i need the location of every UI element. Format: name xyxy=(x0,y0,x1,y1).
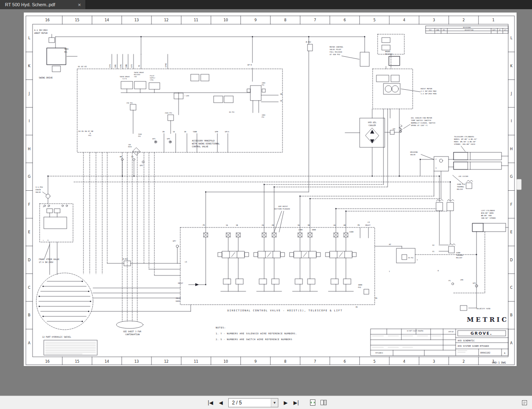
svg-text:CONTINUATION: CONTINUATION xyxy=(125,333,140,336)
svg-text:WITH SWING DIRECTIONAL: WITH SWING DIRECTIONAL xyxy=(192,142,219,145)
schematic-drawing: 1616151514141313121211111010998877665544… xyxy=(24,13,517,366)
svg-text:CHECK: CHECK xyxy=(35,189,41,191)
svg-text:4: 4 xyxy=(403,18,405,22)
scrollbar-thumb[interactable] xyxy=(517,179,522,190)
svg-text:LMI SYSTEM: LMI SYSTEM xyxy=(459,175,469,177)
svg-text:GP7: GP7 xyxy=(173,240,176,242)
svg-text:30 PSI: 30 PSI xyxy=(408,257,413,259)
svg-text:D: D xyxy=(28,258,31,262)
svg-text:PSI: PSI xyxy=(88,134,91,136)
svg-text:PSI: PSI xyxy=(262,84,265,86)
svg-text:V2: V2 xyxy=(432,244,435,246)
svg-text:BY: BY xyxy=(499,29,501,31)
svg-text:AT 450 PSI: AT 450 PSI xyxy=(330,53,340,56)
svg-text:A: A xyxy=(510,341,513,345)
fit-page-icon xyxy=(309,399,316,406)
svg-text:I: I xyxy=(511,119,512,123)
svg-text:1A: 1A xyxy=(173,131,175,133)
svg-text:GP5: GP5 xyxy=(167,138,170,140)
svg-text:INLET: INLET xyxy=(176,297,181,299)
svg-text:SRS: SRS xyxy=(114,64,116,68)
svg-text:6.1 IN³/REV: 6.1 IN³/REV xyxy=(34,29,48,31)
next-page-button[interactable]: ▶ xyxy=(281,399,290,406)
svg-text:PSI: PSI xyxy=(358,286,361,288)
previous-page-button[interactable]: ◀ xyxy=(216,399,226,406)
svg-text:HYD SCHEMATIC: HYD SCHEMATIC xyxy=(458,339,475,342)
svg-text:LS: LS xyxy=(185,261,187,263)
svg-text:PS: PS xyxy=(203,224,205,226)
svg-text:P: P xyxy=(43,206,44,208)
svg-text:3A: 3A xyxy=(298,224,300,226)
svg-text:2A: 2A xyxy=(262,224,264,226)
svg-text:SWING BRAKE: SWING BRAKE xyxy=(134,72,144,73)
document-tab[interactable]: RT 500 Hyd. Schem..pdf × xyxy=(0,0,86,9)
svg-text:G: G xyxy=(28,174,31,179)
svg-text:4300: 4300 xyxy=(456,252,461,254)
svg-text:D: D xyxy=(510,258,513,262)
svg-text:7: 7 xyxy=(314,359,316,364)
svg-text:Y795: Y795 xyxy=(150,79,154,81)
status-toolbar: |◀ ◀ 2 / 5 ▾ ▶ ▶| xyxy=(0,396,532,409)
svg-text:R: R xyxy=(48,240,49,241)
svg-text:FULL RELEASE: FULL RELEASE xyxy=(330,51,343,53)
svg-text:2500 PSI: 2500 PSI xyxy=(165,112,172,114)
first-page-button[interactable]: |◀ xyxy=(204,399,216,406)
svg-text:GP6: GP6 xyxy=(120,64,122,68)
svg-text:BORES: Ø7.00" & Ø4.25": BORES: Ø7.00" & Ø4.25" xyxy=(454,138,477,140)
svg-text:J: J xyxy=(510,91,512,96)
svg-text:SWING BRAKE: SWING BRAKE xyxy=(120,76,130,78)
svg-text:C: C xyxy=(510,285,513,290)
svg-text:1.4 IN³/REV MIN: 1.4 IN³/REV MIN xyxy=(421,93,436,95)
svg-text:14: 14 xyxy=(105,18,109,22)
facing-pages-view-button[interactable] xyxy=(320,399,328,406)
svg-text:11: 11 xyxy=(194,359,198,364)
svg-text:4b: 4b xyxy=(356,306,358,308)
page-number-dropdown[interactable]: 2 / 5 ▾ xyxy=(228,398,278,407)
svg-text:V1: V1 xyxy=(432,250,435,252)
svg-text:LMI: LMI xyxy=(460,279,464,281)
svg-text:100: 100 xyxy=(128,144,131,146)
svg-text:Ø.062: Ø.062 xyxy=(306,41,311,43)
svg-text:P1: P1 xyxy=(449,280,451,282)
svg-text:AUX HOIST: AUX HOIST xyxy=(278,205,288,207)
svg-text:PSI: PSI xyxy=(138,136,141,137)
fit-page-view-button[interactable] xyxy=(309,399,317,406)
svg-text:2.1 IN³/REV MAX: 2.1 IN³/REV MAX xyxy=(421,90,436,92)
svg-text:REVISIONS: REVISIONS xyxy=(463,27,471,28)
svg-text:E: E xyxy=(28,230,30,234)
svg-text:D4 D5 D6 D7 D8: D4 D5 D6 D7 D8 xyxy=(78,130,93,132)
last-page-button[interactable]: ▶| xyxy=(290,399,302,406)
svg-text:2. S - NUMBERS ARE SWITCH WIR: 2. S - NUMBERS ARE SWITCH WIRE REFERENCE… xyxy=(216,338,292,341)
svg-text:16: 16 xyxy=(45,359,50,364)
svg-text:80041182: 80041182 xyxy=(480,351,490,354)
svg-text:1800: 1800 xyxy=(262,114,265,116)
svg-text:METRIC: METRIC xyxy=(467,316,509,323)
svg-text:HOIST MOTOR: HOIST MOTOR xyxy=(421,88,432,90)
svg-text:D1 D2 D3: D1 D2 D3 xyxy=(78,66,87,68)
page-navigation: |◀ ◀ 2 / 5 ▾ ▶ ▶| xyxy=(204,398,327,407)
svg-text:445: 445 xyxy=(393,128,396,130)
svg-text:2B: 2B xyxy=(280,93,282,95)
svg-text:7: 7 xyxy=(314,18,316,22)
svg-text:NOTES:: NOTES: xyxy=(216,326,226,329)
tab-close-icon[interactable]: × xyxy=(76,2,82,8)
svg-text:B: B xyxy=(510,313,513,317)
svg-text:SERV: SERV xyxy=(64,48,69,50)
svg-text:12 PORT HYDRAULIC SWIVEL: 12 PORT HYDRAULIC SWIVEL xyxy=(42,336,71,338)
svg-text:4300 PSI: 4300 PSI xyxy=(457,183,466,185)
svg-text:TANK: TANK xyxy=(193,131,197,133)
svg-text:GP4: GP4 xyxy=(109,64,111,68)
svg-text:GP3: GP3 xyxy=(131,64,133,68)
svg-text:SUPPLY: SUPPLY xyxy=(150,77,156,79)
svg-text:FRONT STEER VALVE: FRONT STEER VALVE xyxy=(39,258,59,260)
svg-text:CONTROL VALVE: CONTROL VALVE xyxy=(192,145,208,148)
document-viewport[interactable]: 1616151514141313121211111010998877665544… xyxy=(0,9,532,396)
svg-text:RT530E4: RT530E4 xyxy=(376,352,383,354)
svg-text:Ø.031: Ø.031 xyxy=(123,258,128,260)
side-panel-toggle-button[interactable] xyxy=(521,399,528,406)
svg-text:GP8: GP8 xyxy=(215,131,218,133)
svg-text:Ø8.00" ROD: Ø8.00" ROD xyxy=(481,215,492,217)
svg-text:5: 5 xyxy=(373,18,376,22)
svg-text:GP4C: GP4C xyxy=(165,63,167,67)
svg-text:3: 3 xyxy=(433,18,435,22)
